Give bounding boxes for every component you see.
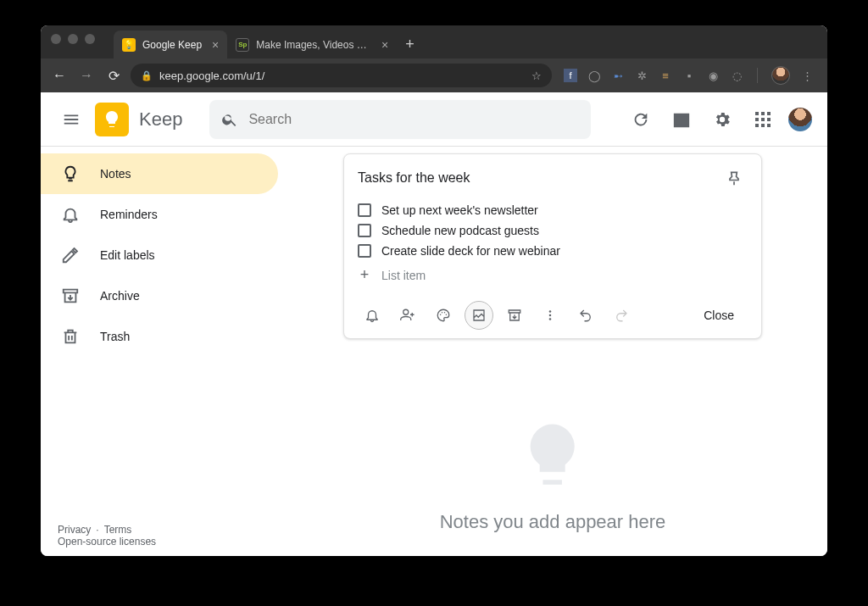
reload-button[interactable]: ⟳ — [103, 68, 124, 84]
checklist-item[interactable]: Schedule new podcast guests — [358, 220, 748, 241]
ext-dot-icon[interactable]: ◉ — [706, 69, 720, 82]
browser-tab-spark[interactable]: Sp Make Images, Videos and Web S × — [227, 31, 397, 58]
svg-point-0 — [440, 314, 442, 316]
trash-icon — [61, 327, 80, 346]
tab-title: Google Keep — [142, 39, 202, 51]
bulb-icon — [102, 109, 122, 130]
archive-note-button[interactable] — [500, 301, 529, 330]
bulb-large-icon — [515, 418, 591, 494]
svg-point-3 — [446, 314, 448, 316]
new-tab-button[interactable]: + — [397, 36, 423, 58]
hamburger-icon — [62, 110, 81, 129]
footer-links: Privacy·Terms Open-source licenses — [58, 524, 156, 548]
sidebar: Notes Reminders Edit labels Archive Tras… — [41, 147, 278, 556]
more-button[interactable] — [536, 301, 565, 330]
tab-close-icon[interactable]: × — [212, 38, 219, 52]
ext-arrow-icon[interactable]: ➸ — [611, 69, 625, 82]
svg-point-6 — [549, 318, 552, 320]
empty-message: Notes you add appear here — [440, 511, 666, 533]
ext-stack-icon[interactable]: ≡ — [659, 69, 672, 82]
more-vert-icon — [542, 308, 558, 323]
ext-atom-icon[interactable]: ✲ — [635, 69, 648, 82]
star-icon[interactable]: ☆ — [531, 69, 542, 82]
chrome-profile-avatar[interactable] — [771, 66, 790, 85]
sidebar-item-archive[interactable]: Archive — [41, 275, 278, 316]
color-button[interactable] — [429, 301, 458, 330]
redo-button — [607, 301, 636, 330]
empty-state: Notes you add appear here — [440, 418, 666, 533]
traffic-light-min-icon[interactable] — [68, 34, 78, 44]
google-apps-button[interactable] — [746, 103, 780, 136]
sidebar-label: Edit labels — [100, 248, 155, 262]
svg-point-2 — [444, 312, 446, 314]
url-text: keep.google.com/u/1/ — [159, 69, 264, 82]
add-image-button[interactable] — [465, 301, 493, 330]
redo-icon — [614, 308, 629, 323]
address-bar[interactable]: 🔒 keep.google.com/u/1/ ☆ — [131, 64, 552, 87]
note-title[interactable]: Tasks for the week — [358, 170, 721, 186]
lock-icon: 🔒 — [141, 70, 153, 81]
sidebar-item-edit-labels[interactable]: Edit labels — [41, 235, 278, 275]
view-toggle-button[interactable] — [665, 103, 698, 136]
person-add-icon — [400, 308, 415, 323]
add-list-item[interactable]: + List item — [358, 261, 748, 289]
search-box[interactable] — [209, 100, 591, 139]
sidebar-label: Notes — [100, 167, 131, 181]
list-view-icon — [672, 110, 691, 129]
sidebar-label: Reminders — [100, 208, 158, 221]
app-header: Keep — [41, 92, 827, 147]
refresh-button[interactable] — [624, 103, 658, 136]
apps-grid-icon — [755, 112, 771, 127]
ext-facebook-icon[interactable]: f — [564, 69, 577, 82]
item-text[interactable]: Set up next week's newsletter — [381, 203, 538, 217]
checkbox-icon[interactable] — [358, 203, 371, 217]
close-button[interactable]: Close — [690, 303, 748, 327]
pin-button[interactable] — [721, 164, 748, 192]
account-avatar[interactable] — [787, 106, 814, 133]
browser-tab-keep[interactable]: 💡 Google Keep × — [114, 31, 227, 58]
ext-circle-icon[interactable]: ◯ — [587, 69, 601, 82]
oss-link[interactable]: Open-source licenses — [58, 536, 156, 548]
archive-icon — [507, 308, 522, 323]
tab-close-icon[interactable]: × — [381, 38, 388, 52]
product-name: Keep — [139, 108, 182, 131]
pin-icon — [726, 170, 743, 186]
undo-icon — [578, 308, 593, 323]
item-text[interactable]: Create slide deck for new webinar — [381, 244, 560, 258]
checklist-item[interactable]: Create slide deck for new webinar — [358, 241, 748, 261]
undo-button[interactable] — [571, 301, 600, 330]
ext-video-icon[interactable]: ▪ — [682, 69, 696, 82]
checkbox-icon[interactable] — [358, 244, 371, 258]
forward-button: → — [76, 68, 97, 83]
sidebar-label: Trash — [100, 330, 130, 343]
svg-point-5 — [549, 314, 552, 317]
privacy-link[interactable]: Privacy — [58, 524, 91, 536]
note-editor: Tasks for the week Set up next week's ne… — [343, 153, 762, 339]
palette-icon — [436, 308, 451, 323]
gear-icon — [713, 110, 732, 129]
svg-point-1 — [442, 312, 443, 314]
collaborator-button[interactable] — [393, 301, 422, 330]
checkbox-icon[interactable] — [358, 224, 371, 237]
tab-title: Make Images, Videos and Web S — [256, 39, 371, 51]
checklist-item[interactable]: Set up next week's newsletter — [358, 200, 748, 220]
chrome-menu-icon[interactable]: ⋮ — [800, 69, 814, 82]
item-text[interactable]: Schedule new podcast guests — [381, 224, 539, 237]
traffic-light-close-icon[interactable] — [51, 34, 61, 44]
sidebar-item-reminders[interactable]: Reminders — [41, 194, 278, 235]
main-menu-button[interactable] — [54, 103, 88, 136]
ext-chat-icon[interactable]: ◌ — [730, 69, 743, 82]
spark-favicon-icon: Sp — [236, 38, 249, 52]
sidebar-item-notes[interactable]: Notes — [41, 153, 278, 194]
terms-link[interactable]: Terms — [104, 524, 132, 536]
remind-me-button[interactable] — [358, 301, 387, 330]
plus-icon: + — [358, 266, 371, 284]
search-input[interactable] — [248, 112, 579, 127]
sidebar-item-trash[interactable]: Trash — [41, 316, 278, 357]
back-button[interactable]: ← — [49, 68, 70, 83]
traffic-light-max-icon[interactable] — [85, 34, 95, 44]
bulb-icon — [61, 164, 80, 183]
settings-button[interactable] — [705, 103, 739, 136]
archive-icon — [61, 286, 80, 305]
window-controls[interactable] — [41, 25, 105, 44]
